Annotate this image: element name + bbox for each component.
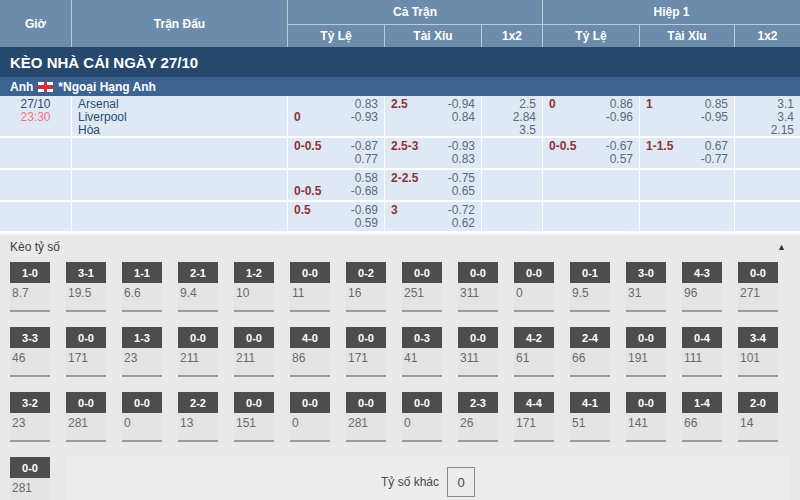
ft-overunder-cell: 2.5-0.940.84 (385, 96, 482, 138)
score-label[interactable]: 0-0 (738, 262, 778, 283)
match-time: 23:30 (6, 111, 65, 124)
score-cell: 1-210 (234, 262, 274, 312)
score-odds: 16 (346, 283, 386, 312)
score-odds: 9.5 (570, 283, 610, 312)
score-label[interactable]: 0-0 (66, 327, 106, 348)
score-label[interactable]: 0-0 (122, 392, 162, 413)
score-label[interactable]: 0-0 (290, 262, 330, 283)
score-label[interactable]: 3-3 (10, 327, 50, 348)
odds-value[interactable]: -0.96 (606, 111, 633, 124)
odds-value[interactable]: -0.68 (351, 185, 378, 198)
odds-value[interactable]: 0.83 (452, 153, 475, 166)
handicap-value: 2.5-3 (391, 140, 418, 153)
collapse-arrow-icon[interactable]: ▲ (777, 242, 786, 252)
odds-value[interactable]: 0.65 (452, 185, 475, 198)
match-time-cell (0, 202, 72, 233)
score-label[interactable]: 1-2 (234, 262, 274, 283)
score-label[interactable]: 0-0 (66, 392, 106, 413)
score-label[interactable]: 0-0 (626, 392, 666, 413)
score-cell: 3-031 (626, 262, 666, 312)
match-teams-cell (72, 170, 288, 202)
score-label[interactable]: 0-1 (570, 262, 610, 283)
score-odds: 0 (122, 413, 162, 442)
score-cell: 1-08.7 (10, 262, 50, 312)
score-row-last: 0-0281 Tỷ số khác (10, 457, 800, 500)
score-label[interactable]: 0-0 (458, 327, 498, 348)
score-label[interactable]: 2-1 (178, 262, 218, 283)
h1-1x2-cell: 3.13.42.15 (735, 96, 800, 138)
score-label[interactable]: 1-0 (10, 262, 50, 283)
score-label[interactable]: 0-0 (514, 262, 554, 283)
odds-value[interactable]: 3.5 (519, 124, 536, 137)
score-label[interactable]: 4-2 (514, 327, 554, 348)
odds-value[interactable]: -0.77 (701, 153, 728, 166)
score-label[interactable]: 0-0 (234, 392, 274, 413)
score-label[interactable]: 4-0 (290, 327, 330, 348)
odds-value[interactable]: -0.93 (351, 111, 378, 124)
league-bar: Anh *Ngoại Hạng Anh (0, 77, 800, 96)
score-label[interactable]: 0-0 (402, 392, 442, 413)
h1-overunder-cell: 1-1.50.67-0.77 (640, 138, 735, 170)
odds-value[interactable]: 0.57 (610, 153, 633, 166)
odds-value[interactable]: -0.95 (701, 111, 728, 124)
score-label[interactable]: 2-4 (570, 327, 610, 348)
score-label[interactable]: 3-4 (738, 327, 778, 348)
score-cell: 0-4111 (682, 327, 722, 377)
score-label[interactable]: 0-4 (682, 327, 722, 348)
odds-value[interactable]: 0.77 (355, 153, 378, 166)
correct-score-title: Kèo tỷ số (10, 240, 60, 254)
score-odds: 9.4 (178, 283, 218, 312)
score-odds: 11 (290, 283, 330, 312)
odds-value[interactable]: 0.62 (452, 217, 475, 230)
score-label[interactable]: 0-0 (346, 327, 386, 348)
other-score-panel: Tỷ số khác (66, 457, 790, 500)
away-team[interactable]: Liverpool (78, 111, 281, 124)
score-cell: 0-00 (514, 262, 554, 312)
score-label[interactable]: 2-3 (458, 392, 498, 413)
h1-handicap-cell (543, 170, 640, 202)
score-label[interactable]: 1-3 (122, 327, 162, 348)
odds-line: 0-0.5-0.68 (294, 185, 378, 198)
score-cell: 0-216 (346, 262, 386, 312)
score-label[interactable]: 3-2 (10, 392, 50, 413)
column-header-ft-handicap: Tỷ Lệ (288, 25, 385, 47)
column-header-h1-overunder: Tài Xỉu (640, 25, 735, 47)
score-label[interactable]: 1-1 (122, 262, 162, 283)
score-label[interactable]: 0-0 (626, 327, 666, 348)
score-label[interactable]: 3-0 (626, 262, 666, 283)
score-odds: 66 (682, 413, 722, 442)
score-label[interactable]: 3-1 (66, 262, 106, 283)
odds-value[interactable]: 0.59 (355, 217, 378, 230)
odds-value[interactable]: 0.84 (452, 111, 475, 124)
odds-line: -0.95 (646, 111, 728, 124)
ft-1x2-cell (482, 202, 543, 233)
score-cell: 2-19.4 (178, 262, 218, 312)
score-cell: 0-0271 (738, 262, 778, 312)
score-label[interactable]: 1-4 (682, 392, 722, 413)
score-label[interactable]: 0-0 (346, 392, 386, 413)
score-label[interactable]: 0-2 (346, 262, 386, 283)
score-label[interactable]: 0-0 (458, 262, 498, 283)
score-label[interactable]: 0-0 (234, 327, 274, 348)
score-label[interactable]: 0-0 (290, 392, 330, 413)
score-label[interactable]: 0-3 (402, 327, 442, 348)
score-label[interactable]: 4-1 (570, 392, 610, 413)
ft-1x2-cell (482, 138, 543, 170)
score-label[interactable]: 0-0 (178, 327, 218, 348)
h1-overunder-cell (640, 202, 735, 233)
score-cell: 0-0281 (346, 392, 386, 442)
score-label[interactable]: 0-0 (402, 262, 442, 283)
score-label[interactable]: 2-0 (738, 392, 778, 413)
score-label[interactable]: 4-3 (682, 262, 722, 283)
h1-1x2-cell (735, 138, 800, 170)
score-label[interactable]: 4-4 (514, 392, 554, 413)
score-cell: 2-014 (738, 392, 778, 442)
odds-value[interactable]: 2.15 (771, 124, 794, 137)
score-odds: 86 (290, 348, 330, 377)
other-score-input[interactable] (447, 467, 475, 497)
score-cell: 0-0311 (458, 262, 498, 312)
h1-overunder-cell (640, 170, 735, 202)
score-label[interactable]: 2-2 (178, 392, 218, 413)
score-label[interactable]: 0-0 (10, 457, 50, 478)
column-group-full-time: Cả Trận (288, 0, 543, 25)
